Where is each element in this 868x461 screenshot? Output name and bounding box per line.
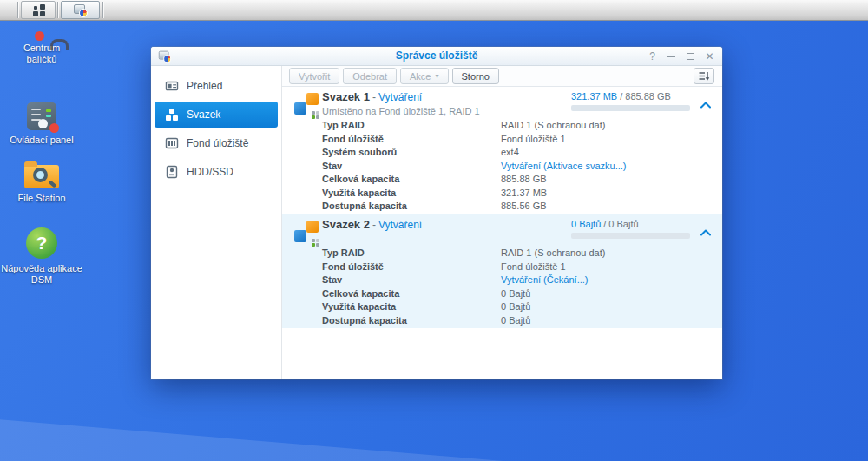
usage-progress-bar bbox=[571, 233, 690, 239]
usage-progress-bar bbox=[571, 105, 690, 111]
sidebar-item-overview[interactable]: Přehled bbox=[155, 73, 278, 99]
detail-label: Stav bbox=[322, 273, 501, 287]
detail-label: Využitá kapacita bbox=[322, 300, 501, 314]
separator: - bbox=[372, 219, 376, 231]
detail-row: Využitá kapacita321.37 MB bbox=[322, 187, 705, 201]
disk-icon bbox=[165, 165, 179, 179]
total-capacity: 0 Bajtů bbox=[608, 219, 638, 229]
volume-cubes-icon bbox=[165, 108, 179, 122]
detail-label: Typ RAID bbox=[322, 247, 501, 260]
actions-dropdown-button[interactable]: Akce▾ bbox=[400, 68, 448, 84]
detail-value: 885.56 GB bbox=[501, 200, 547, 214]
sort-list-button[interactable] bbox=[694, 68, 714, 84]
volume-status: Vytváření bbox=[378, 91, 422, 103]
separator: / bbox=[620, 91, 622, 102]
volume-header: Svazek 2-Vytváření bbox=[322, 218, 422, 231]
file-station-icon bbox=[24, 165, 59, 188]
sidebar-item-hdd-ssd[interactable]: HDD/SSD bbox=[155, 159, 278, 185]
shortcut-label: Nápověda aplikace DSM bbox=[0, 263, 83, 286]
status-text: Vytváření (Čekání...) bbox=[501, 273, 588, 287]
storage-manager-icon bbox=[159, 50, 171, 63]
dsm-help-icon: ? bbox=[26, 227, 57, 259]
volume-list: Svazek 1-Vytváření Umístěno na Fond úlož… bbox=[282, 87, 722, 379]
volume-details: Typ RAIDRAID 1 (S ochranou dat) Fond úlo… bbox=[322, 247, 705, 327]
detail-row: Dostupná kapacita0 Bajtů bbox=[322, 314, 705, 328]
detail-row: StavVytváření (Čekání...) bbox=[322, 273, 705, 287]
storage-manager-icon bbox=[74, 3, 88, 17]
used-capacity: 0 Bajtů bbox=[571, 219, 601, 229]
volume-subtitle: Umístěno na Fond úložiště 1, RAID 1 bbox=[322, 106, 480, 116]
window-controls: ? ✕ bbox=[647, 47, 715, 66]
detail-label: Fond úložiště bbox=[322, 260, 501, 274]
detail-label: Stav bbox=[322, 160, 501, 174]
shortcut-file-station[interactable]: File Station bbox=[4, 160, 79, 204]
sidebar-item-label: HDD/SSD bbox=[187, 166, 233, 178]
create-button[interactable]: Vytvořit bbox=[289, 68, 339, 84]
detail-value: 0 Bajtů bbox=[501, 300, 530, 314]
usage-summary: 0 Bajtů/0 Bajtů bbox=[571, 219, 710, 239]
sidebar-item-storage-pool[interactable]: Fond úložiště bbox=[155, 130, 278, 156]
detail-label: Dostupná kapacita bbox=[322, 200, 501, 214]
taskbar-separator bbox=[17, 2, 18, 18]
detail-label: Celková kapacita bbox=[322, 173, 501, 187]
sidebar-item-volume[interactable]: Svazek bbox=[155, 102, 278, 128]
detail-label: Systém souborů bbox=[322, 146, 501, 160]
detail-row: Fond úložištěFond úložiště 1 bbox=[322, 133, 705, 147]
collapse-chevron-up-icon[interactable] bbox=[700, 96, 711, 105]
sidebar-item-label: Fond úložiště bbox=[187, 137, 248, 149]
detail-row: StavVytváření (Aktivace svazku...) bbox=[322, 160, 705, 174]
status-text: Vytváření (Aktivace svazku...) bbox=[501, 160, 626, 174]
shortcut-control-panel[interactable]: Ovládací panel bbox=[4, 102, 79, 146]
detail-row: Celková kapacita885.88 GB bbox=[322, 173, 705, 187]
taskbar bbox=[0, 0, 868, 21]
shortcut-package-center[interactable]: Centrum balíčků bbox=[14, 38, 69, 65]
volume-panel-1[interactable]: Svazek 1-Vytváření Umístěno na Fond úlož… bbox=[282, 87, 722, 214]
detail-value: RAID 1 (S ochranou dat) bbox=[501, 247, 605, 260]
desktop: Centrum balíčků Ovládací panel File Stat… bbox=[0, 0, 868, 461]
usage-summary: 321.37 MB/885.88 GB bbox=[571, 91, 710, 111]
detail-row: Dostupná kapacita885.56 GB bbox=[322, 200, 705, 214]
shortcut-label: Ovládací panel bbox=[4, 135, 79, 146]
detail-row: Fond úložištěFond úložiště 1 bbox=[322, 260, 705, 274]
control-panel-icon bbox=[27, 102, 56, 130]
detail-value: 321.37 MB bbox=[501, 187, 547, 201]
sidebar: Přehled Svazek Fond úložiště HDD/SSD bbox=[151, 66, 282, 379]
volume-name: Svazek 1 bbox=[322, 90, 370, 103]
taskbar-separator bbox=[102, 2, 103, 18]
detail-label: Využitá kapacita bbox=[322, 187, 501, 201]
close-icon[interactable]: ✕ bbox=[704, 47, 715, 66]
total-capacity: 885.88 GB bbox=[625, 91, 671, 102]
detail-value: Fond úložiště 1 bbox=[501, 260, 566, 274]
main-content: Vytvořit Odebrat Akce▾ Storno bbox=[282, 66, 722, 379]
detail-label: Fond úložiště bbox=[322, 133, 501, 147]
volume-panel-2[interactable]: Svazek 2-Vytváření 0 Bajtů/0 Bajtů Typ R… bbox=[282, 214, 722, 328]
help-icon[interactable]: ? bbox=[647, 47, 658, 66]
main-menu-button[interactable] bbox=[21, 1, 56, 19]
detail-value: 885.88 GB bbox=[501, 173, 547, 187]
toolbar: Vytvořit Odebrat Akce▾ Storno bbox=[282, 66, 722, 87]
separator: / bbox=[603, 219, 606, 229]
storage-manager-window: Správce úložiště ? ✕ Přehled Svazek bbox=[151, 47, 722, 379]
sidebar-item-label: Svazek bbox=[187, 109, 220, 121]
window-titlebar[interactable]: Správce úložiště ? ✕ bbox=[151, 47, 722, 66]
remove-button[interactable]: Odebrat bbox=[343, 68, 397, 84]
storage-manager-taskbar-button[interactable] bbox=[61, 1, 100, 19]
detail-value: ext4 bbox=[501, 146, 519, 160]
actions-label: Akce bbox=[410, 71, 431, 82]
shortcut-dsm-help[interactable]: ? Nápověda aplikace DSM bbox=[0, 227, 83, 286]
detail-label: Celková kapacita bbox=[322, 287, 501, 301]
maximize-icon[interactable] bbox=[685, 47, 696, 66]
detail-row: Typ RAIDRAID 1 (S ochranou dat) bbox=[322, 247, 705, 260]
minimize-icon[interactable] bbox=[666, 47, 677, 66]
detail-value: Fond úložiště 1 bbox=[501, 133, 566, 147]
storage-pool-icon bbox=[165, 136, 179, 150]
cancel-button[interactable]: Storno bbox=[452, 68, 499, 84]
detail-label: Typ RAID bbox=[322, 119, 501, 133]
shortcut-label: File Station bbox=[4, 193, 79, 204]
detail-row: Celková kapacita0 Bajtů bbox=[322, 287, 705, 301]
chevron-down-icon: ▾ bbox=[435, 73, 438, 80]
volume-header: Svazek 1-Vytváření Umístěno na Fond úlož… bbox=[322, 90, 480, 116]
taskbar-separator bbox=[57, 2, 58, 18]
volume-name: Svazek 2 bbox=[322, 218, 370, 231]
collapse-chevron-up-icon[interactable] bbox=[700, 224, 711, 233]
